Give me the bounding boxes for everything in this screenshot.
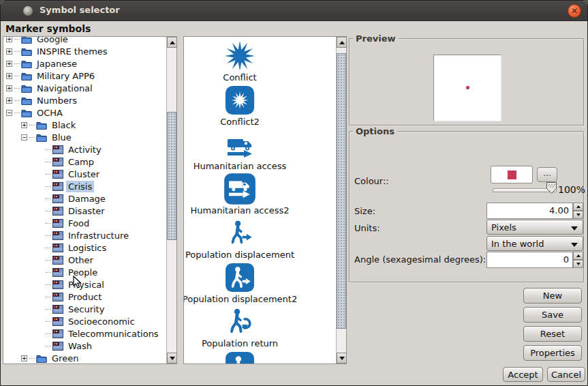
- tree-item-label: Crisis: [66, 181, 94, 192]
- symbol-item[interactable]: Conflict: [184, 40, 296, 84]
- spin-up-button[interactable]: [573, 203, 583, 211]
- tree-expander-icon[interactable]: +: [21, 355, 27, 361]
- tree-item[interactable]: Physical: [3, 278, 166, 291]
- tree-item[interactable]: Disaster: [3, 205, 166, 217]
- tree-item[interactable]: Crisis: [3, 180, 166, 192]
- spin-down-button[interactable]: [573, 260, 583, 268]
- tree-viewport[interactable]: + Google + INSPIRE themes + Japanese + M…: [3, 37, 166, 363]
- tree-expander-icon[interactable]: +: [6, 61, 12, 67]
- tree-connector: [46, 284, 51, 285]
- tree-item-label: Security: [66, 303, 106, 315]
- scroll-up-button[interactable]: [337, 37, 347, 48]
- tree-item-label: OCHA: [35, 107, 65, 119]
- tree-item[interactable]: Wash: [3, 340, 166, 352]
- symbol-item[interactable]: [184, 350, 296, 363]
- symbol-item[interactable]: Population displacement: [184, 217, 296, 261]
- tree-item-label: Navigational: [35, 83, 95, 94]
- tree-item-icon: [21, 47, 32, 56]
- tree-item[interactable]: + Google: [3, 37, 166, 45]
- tree-item[interactable]: + Japanese: [3, 57, 166, 70]
- tree-item[interactable]: People: [3, 266, 166, 278]
- tree-item[interactable]: Infrastructure: [3, 229, 166, 241]
- tree-expander-icon[interactable]: +: [21, 122, 27, 128]
- tree-expander-icon[interactable]: +: [6, 37, 12, 42]
- tree-item[interactable]: Food: [3, 217, 166, 229]
- accept-button[interactable]: Accept: [503, 367, 543, 382]
- scroll-down-button[interactable]: [167, 353, 177, 363]
- symbol-item[interactable]: Population return: [184, 306, 296, 350]
- angle-spinner[interactable]: [573, 252, 583, 268]
- tree-connector: [46, 223, 51, 224]
- triangle-up-icon: [576, 254, 581, 257]
- spin-up-button[interactable]: [573, 252, 583, 260]
- new-button[interactable]: New: [523, 288, 582, 303]
- symbol-icon: [224, 40, 256, 72]
- tree-item-icon: [52, 182, 63, 191]
- tree-item[interactable]: Logistics: [3, 241, 166, 254]
- opacity-slider-thumb[interactable]: [546, 181, 558, 194]
- symbol-list-scrollbar[interactable]: [336, 37, 346, 363]
- tree-expander-icon[interactable]: −: [6, 110, 12, 116]
- tree-item[interactable]: + Numbers: [3, 94, 166, 106]
- tree-expander-icon[interactable]: +: [6, 85, 12, 91]
- reset-button[interactable]: Reset: [523, 326, 582, 342]
- tree-item[interactable]: Product: [3, 291, 166, 303]
- symbol-item[interactable]: Conflict2: [184, 84, 296, 128]
- symbol-list-panel: Conflict Conflict2 Humanitarian access H…: [183, 36, 347, 364]
- title-bar[interactable]: Symbol selector ✕: [1, 1, 587, 21]
- tree-expander-icon[interactable]: +: [6, 98, 12, 104]
- scroll-up-button[interactable]: [167, 37, 177, 48]
- symbol-item[interactable]: Humanitarian access2: [184, 173, 296, 217]
- tree-item-icon: [52, 280, 63, 289]
- properties-button[interactable]: Properties: [523, 345, 582, 361]
- scrollbar-thumb[interactable]: [337, 53, 346, 329]
- angle-input[interactable]: 0: [486, 252, 573, 268]
- tree-item-label: Disaster: [66, 205, 107, 217]
- symbol-preview-canvas: [433, 55, 501, 121]
- tree-item[interactable]: − Blue: [3, 131, 166, 143]
- tree-scrollbar[interactable]: [166, 37, 176, 363]
- colour-swatch-button[interactable]: [491, 166, 533, 183]
- colour-picker-button[interactable]: ...: [537, 167, 557, 182]
- tree-item[interactable]: Activity: [3, 143, 166, 155]
- cancel-button[interactable]: Cancel: [547, 367, 585, 382]
- tree-item[interactable]: Camp: [3, 155, 166, 168]
- tree-item-label: Product: [66, 291, 104, 303]
- tree-item[interactable]: + Black: [3, 119, 166, 131]
- tree-item[interactable]: Cluster: [3, 168, 166, 180]
- tree-connector: [46, 297, 51, 297]
- size-spinner[interactable]: [573, 203, 583, 219]
- tree-item[interactable]: + Navigational: [3, 82, 166, 94]
- size-input[interactable]: 4.00: [486, 203, 573, 219]
- tree-item-icon: [52, 194, 63, 203]
- tree-item[interactable]: Damage: [3, 192, 166, 205]
- tree-connector: [14, 88, 20, 89]
- tree-expander-icon[interactable]: +: [6, 73, 12, 79]
- symbol-list-viewport[interactable]: Conflict Conflict2 Humanitarian access H…: [184, 37, 336, 363]
- tree-item[interactable]: Security: [3, 303, 166, 315]
- units-mode-dropdown[interactable]: In the world: [486, 236, 583, 251]
- tree-item[interactable]: Socioeconomic: [3, 315, 166, 327]
- tree-item[interactable]: + Green: [3, 352, 166, 363]
- tree-expander-icon[interactable]: +: [6, 48, 12, 55]
- triangle-down-icon: [576, 263, 581, 265]
- tree-item-label: Japanese: [35, 58, 79, 70]
- symbol-icon: [225, 350, 255, 363]
- spin-down-button[interactable]: [573, 211, 583, 219]
- symbol-icon: [225, 84, 255, 117]
- tree-connector: [46, 198, 51, 199]
- symbol-item[interactable]: Population displacement2: [184, 261, 296, 306]
- tree-item[interactable]: Other: [3, 254, 166, 266]
- tree-item[interactable]: − OCHA: [3, 106, 166, 119]
- save-button[interactable]: Save: [523, 307, 582, 323]
- scrollbar-thumb[interactable]: [167, 112, 176, 240]
- tree-expander-icon[interactable]: −: [21, 134, 27, 140]
- symbol-item[interactable]: Humanitarian access: [184, 128, 296, 173]
- tree-item[interactable]: Telecommunications: [3, 327, 166, 340]
- tree-item-label: Blue: [50, 132, 74, 143]
- units-dropdown[interactable]: Pixels: [486, 220, 583, 235]
- tree-item[interactable]: + INSPIRE themes: [3, 45, 166, 57]
- close-button[interactable]: ✕: [568, 4, 581, 18]
- scroll-down-button[interactable]: [337, 353, 347, 363]
- tree-item[interactable]: + Military APP6: [3, 70, 166, 82]
